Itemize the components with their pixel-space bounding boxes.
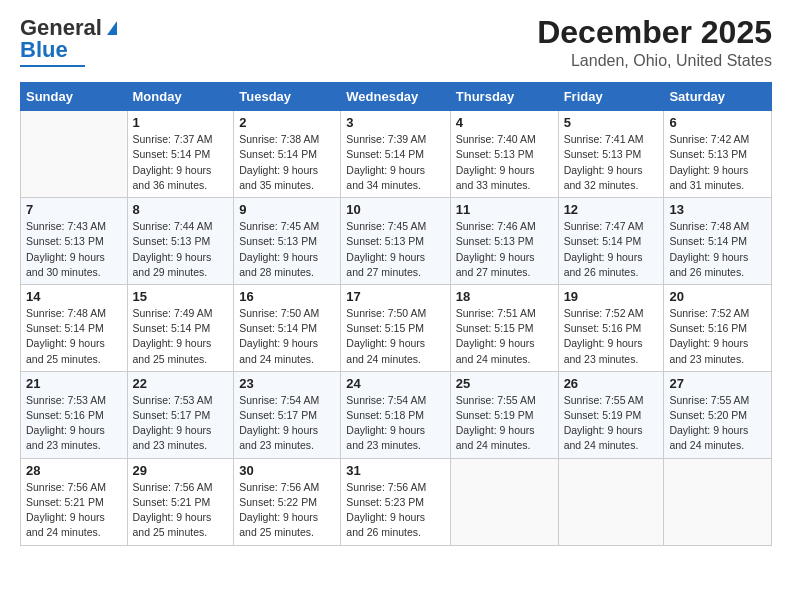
day-info: Sunrise: 7:40 AM Sunset: 5:13 PM Dayligh…: [456, 132, 553, 193]
day-number: 13: [669, 202, 766, 217]
calendar-cell: 16Sunrise: 7:50 AM Sunset: 5:14 PM Dayli…: [234, 284, 341, 371]
calendar-week-2: 7Sunrise: 7:43 AM Sunset: 5:13 PM Daylig…: [21, 198, 772, 285]
day-info: Sunrise: 7:50 AM Sunset: 5:15 PM Dayligh…: [346, 306, 444, 367]
day-number: 11: [456, 202, 553, 217]
column-header-monday: Monday: [127, 83, 234, 111]
day-info: Sunrise: 7:54 AM Sunset: 5:18 PM Dayligh…: [346, 393, 444, 454]
calendar-cell: 19Sunrise: 7:52 AM Sunset: 5:16 PM Dayli…: [558, 284, 664, 371]
calendar-cell: 30Sunrise: 7:56 AM Sunset: 5:22 PM Dayli…: [234, 458, 341, 545]
calendar-cell: 26Sunrise: 7:55 AM Sunset: 5:19 PM Dayli…: [558, 371, 664, 458]
calendar-cell: 3Sunrise: 7:39 AM Sunset: 5:14 PM Daylig…: [341, 111, 450, 198]
calendar-week-5: 28Sunrise: 7:56 AM Sunset: 5:21 PM Dayli…: [21, 458, 772, 545]
day-number: 17: [346, 289, 444, 304]
calendar-cell: 11Sunrise: 7:46 AM Sunset: 5:13 PM Dayli…: [450, 198, 558, 285]
calendar-week-4: 21Sunrise: 7:53 AM Sunset: 5:16 PM Dayli…: [21, 371, 772, 458]
day-number: 27: [669, 376, 766, 391]
page: General Blue December 2025 Landen, Ohio,…: [0, 0, 792, 612]
day-info: Sunrise: 7:50 AM Sunset: 5:14 PM Dayligh…: [239, 306, 335, 367]
day-info: Sunrise: 7:45 AM Sunset: 5:13 PM Dayligh…: [346, 219, 444, 280]
calendar-header: SundayMondayTuesdayWednesdayThursdayFrid…: [21, 83, 772, 111]
day-info: Sunrise: 7:39 AM Sunset: 5:14 PM Dayligh…: [346, 132, 444, 193]
day-info: Sunrise: 7:56 AM Sunset: 5:22 PM Dayligh…: [239, 480, 335, 541]
column-header-friday: Friday: [558, 83, 664, 111]
calendar-cell: 31Sunrise: 7:56 AM Sunset: 5:23 PM Dayli…: [341, 458, 450, 545]
calendar-cell: 7Sunrise: 7:43 AM Sunset: 5:13 PM Daylig…: [21, 198, 128, 285]
calendar-cell: 6Sunrise: 7:42 AM Sunset: 5:13 PM Daylig…: [664, 111, 772, 198]
day-number: 12: [564, 202, 659, 217]
day-info: Sunrise: 7:53 AM Sunset: 5:16 PM Dayligh…: [26, 393, 122, 454]
logo: General Blue: [20, 15, 121, 67]
calendar-cell: 2Sunrise: 7:38 AM Sunset: 5:14 PM Daylig…: [234, 111, 341, 198]
day-info: Sunrise: 7:42 AM Sunset: 5:13 PM Dayligh…: [669, 132, 766, 193]
calendar-cell: [450, 458, 558, 545]
calendar-cell: [558, 458, 664, 545]
header-row: SundayMondayTuesdayWednesdayThursdayFrid…: [21, 83, 772, 111]
day-number: 19: [564, 289, 659, 304]
day-number: 22: [133, 376, 229, 391]
calendar-cell: 10Sunrise: 7:45 AM Sunset: 5:13 PM Dayli…: [341, 198, 450, 285]
column-header-sunday: Sunday: [21, 83, 128, 111]
calendar-cell: 21Sunrise: 7:53 AM Sunset: 5:16 PM Dayli…: [21, 371, 128, 458]
day-number: 3: [346, 115, 444, 130]
day-number: 18: [456, 289, 553, 304]
day-number: 30: [239, 463, 335, 478]
day-number: 25: [456, 376, 553, 391]
day-number: 23: [239, 376, 335, 391]
day-info: Sunrise: 7:55 AM Sunset: 5:19 PM Dayligh…: [564, 393, 659, 454]
day-number: 24: [346, 376, 444, 391]
calendar-cell: [21, 111, 128, 198]
day-info: Sunrise: 7:48 AM Sunset: 5:14 PM Dayligh…: [669, 219, 766, 280]
day-number: 4: [456, 115, 553, 130]
calendar-cell: 23Sunrise: 7:54 AM Sunset: 5:17 PM Dayli…: [234, 371, 341, 458]
day-number: 31: [346, 463, 444, 478]
calendar-cell: 15Sunrise: 7:49 AM Sunset: 5:14 PM Dayli…: [127, 284, 234, 371]
logo-triangle-icon: [103, 19, 121, 37]
calendar-cell: 17Sunrise: 7:50 AM Sunset: 5:15 PM Dayli…: [341, 284, 450, 371]
svg-marker-0: [107, 21, 117, 35]
calendar-cell: 12Sunrise: 7:47 AM Sunset: 5:14 PM Dayli…: [558, 198, 664, 285]
calendar-table: SundayMondayTuesdayWednesdayThursdayFrid…: [20, 82, 772, 545]
column-header-thursday: Thursday: [450, 83, 558, 111]
day-info: Sunrise: 7:53 AM Sunset: 5:17 PM Dayligh…: [133, 393, 229, 454]
calendar-week-3: 14Sunrise: 7:48 AM Sunset: 5:14 PM Dayli…: [21, 284, 772, 371]
day-info: Sunrise: 7:49 AM Sunset: 5:14 PM Dayligh…: [133, 306, 229, 367]
calendar-cell: 28Sunrise: 7:56 AM Sunset: 5:21 PM Dayli…: [21, 458, 128, 545]
day-number: 26: [564, 376, 659, 391]
calendar-cell: 1Sunrise: 7:37 AM Sunset: 5:14 PM Daylig…: [127, 111, 234, 198]
day-info: Sunrise: 7:56 AM Sunset: 5:21 PM Dayligh…: [133, 480, 229, 541]
day-number: 7: [26, 202, 122, 217]
day-number: 29: [133, 463, 229, 478]
day-info: Sunrise: 7:52 AM Sunset: 5:16 PM Dayligh…: [564, 306, 659, 367]
calendar-cell: 13Sunrise: 7:48 AM Sunset: 5:14 PM Dayli…: [664, 198, 772, 285]
day-info: Sunrise: 7:44 AM Sunset: 5:13 PM Dayligh…: [133, 219, 229, 280]
calendar-cell: 5Sunrise: 7:41 AM Sunset: 5:13 PM Daylig…: [558, 111, 664, 198]
day-number: 15: [133, 289, 229, 304]
calendar-cell: 22Sunrise: 7:53 AM Sunset: 5:17 PM Dayli…: [127, 371, 234, 458]
calendar-cell: 25Sunrise: 7:55 AM Sunset: 5:19 PM Dayli…: [450, 371, 558, 458]
day-info: Sunrise: 7:45 AM Sunset: 5:13 PM Dayligh…: [239, 219, 335, 280]
day-number: 5: [564, 115, 659, 130]
day-number: 8: [133, 202, 229, 217]
calendar-cell: 29Sunrise: 7:56 AM Sunset: 5:21 PM Dayli…: [127, 458, 234, 545]
calendar-cell: 8Sunrise: 7:44 AM Sunset: 5:13 PM Daylig…: [127, 198, 234, 285]
day-info: Sunrise: 7:54 AM Sunset: 5:17 PM Dayligh…: [239, 393, 335, 454]
day-info: Sunrise: 7:56 AM Sunset: 5:21 PM Dayligh…: [26, 480, 122, 541]
calendar-cell: 27Sunrise: 7:55 AM Sunset: 5:20 PM Dayli…: [664, 371, 772, 458]
day-info: Sunrise: 7:55 AM Sunset: 5:19 PM Dayligh…: [456, 393, 553, 454]
title-block: December 2025 Landen, Ohio, United State…: [537, 15, 772, 70]
day-info: Sunrise: 7:51 AM Sunset: 5:15 PM Dayligh…: [456, 306, 553, 367]
calendar-week-1: 1Sunrise: 7:37 AM Sunset: 5:14 PM Daylig…: [21, 111, 772, 198]
day-info: Sunrise: 7:46 AM Sunset: 5:13 PM Dayligh…: [456, 219, 553, 280]
day-info: Sunrise: 7:52 AM Sunset: 5:16 PM Dayligh…: [669, 306, 766, 367]
day-number: 6: [669, 115, 766, 130]
calendar-cell: 20Sunrise: 7:52 AM Sunset: 5:16 PM Dayli…: [664, 284, 772, 371]
day-number: 16: [239, 289, 335, 304]
column-header-wednesday: Wednesday: [341, 83, 450, 111]
day-number: 28: [26, 463, 122, 478]
subtitle: Landen, Ohio, United States: [537, 52, 772, 70]
day-number: 14: [26, 289, 122, 304]
column-header-tuesday: Tuesday: [234, 83, 341, 111]
day-number: 20: [669, 289, 766, 304]
day-info: Sunrise: 7:38 AM Sunset: 5:14 PM Dayligh…: [239, 132, 335, 193]
day-number: 1: [133, 115, 229, 130]
